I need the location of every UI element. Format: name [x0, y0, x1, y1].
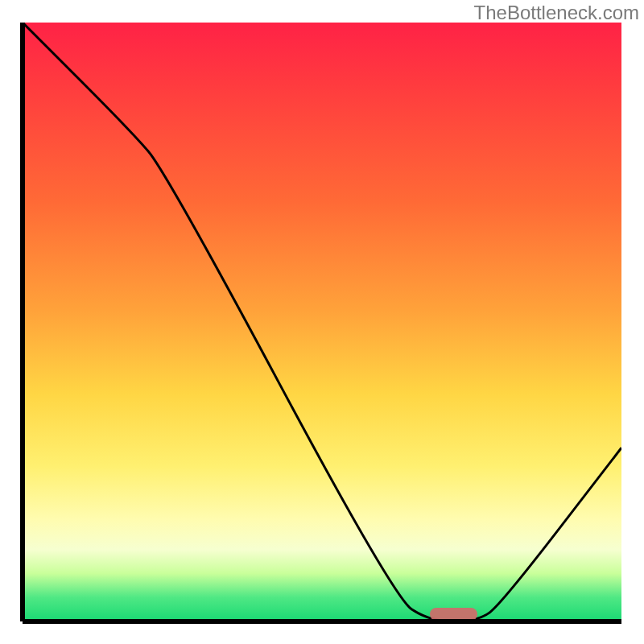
optimal-range-marker — [430, 608, 478, 621]
bottleneck-chart: TheBottleneck.com — [0, 0, 644, 644]
watermark-text: TheBottleneck.com — [474, 2, 639, 24]
chart-gradient-background — [23, 23, 621, 621]
